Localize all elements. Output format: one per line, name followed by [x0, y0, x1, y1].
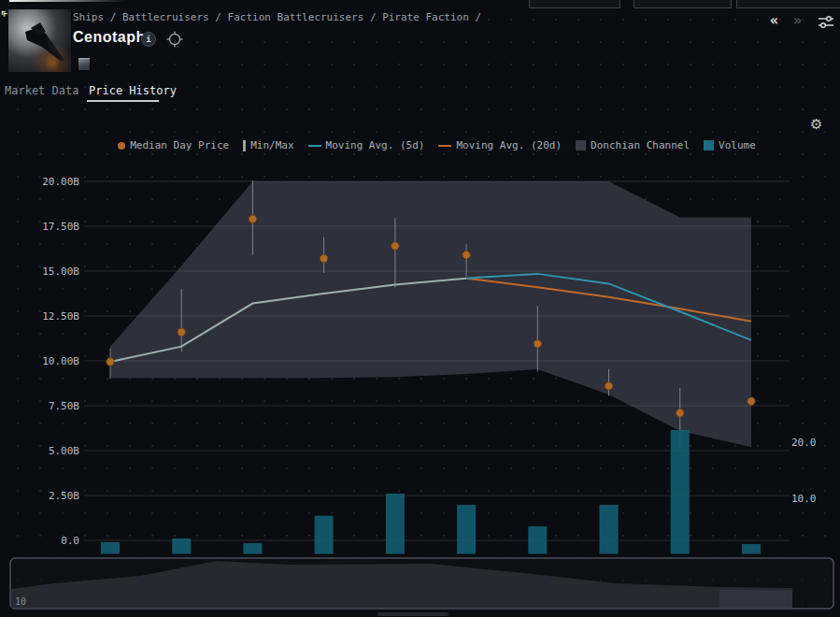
minimap-scale-label: 10	[15, 596, 26, 607]
median-price-point[interactable]	[463, 251, 470, 259]
price-history-chart[interactable]: 20.00B17.50B15.00B12.50B10.00B7.50B5.00B…	[0, 0, 840, 617]
median-price-point[interactable]	[747, 397, 755, 405]
median-price-point[interactable]	[605, 382, 612, 390]
volume-bar[interactable]	[528, 526, 547, 553]
market-window: { "header": { "breadcrumb": "Ships / Bat…	[0, 0, 840, 617]
volume-axis-label: 10.0	[791, 493, 817, 505]
price-axis-label: 15.00B	[42, 265, 79, 278]
median-price-point[interactable]	[392, 242, 399, 250]
minimap-scrollbar-handle[interactable]	[377, 612, 448, 616]
price-axis-label: 5.00B	[49, 445, 79, 457]
volume-bar[interactable]	[101, 542, 120, 554]
volume-bar[interactable]	[243, 543, 262, 553]
minimap-highlight-block	[719, 590, 792, 608]
median-price-point[interactable]	[676, 409, 684, 416]
median-price-point[interactable]	[107, 358, 114, 366]
price-axis-label: 20.00B	[42, 176, 79, 188]
volume-bar[interactable]	[315, 516, 334, 554]
price-axis-label: 12.50B	[42, 310, 79, 323]
price-axis-label: 2.50B	[49, 490, 79, 502]
volume-bar[interactable]	[600, 505, 619, 554]
median-price-point[interactable]	[178, 328, 185, 336]
volume-bar[interactable]	[742, 544, 761, 554]
volume-axis-label: 20.0	[791, 437, 817, 449]
volume-bar[interactable]	[172, 538, 191, 554]
price-axis-label: 7.50B	[49, 400, 79, 412]
price-axis-label: 10.00B	[42, 355, 79, 367]
donchian-channel-area	[110, 181, 751, 447]
volume-bar[interactable]	[671, 430, 690, 554]
price-axis-label: 0.0	[61, 535, 79, 547]
price-axis-label: 17.50B	[42, 221, 79, 233]
volume-bar[interactable]	[386, 494, 405, 554]
median-price-point[interactable]	[534, 340, 541, 348]
volume-bar[interactable]	[457, 505, 476, 554]
median-price-point[interactable]	[249, 215, 256, 222]
median-price-point[interactable]	[320, 254, 327, 262]
